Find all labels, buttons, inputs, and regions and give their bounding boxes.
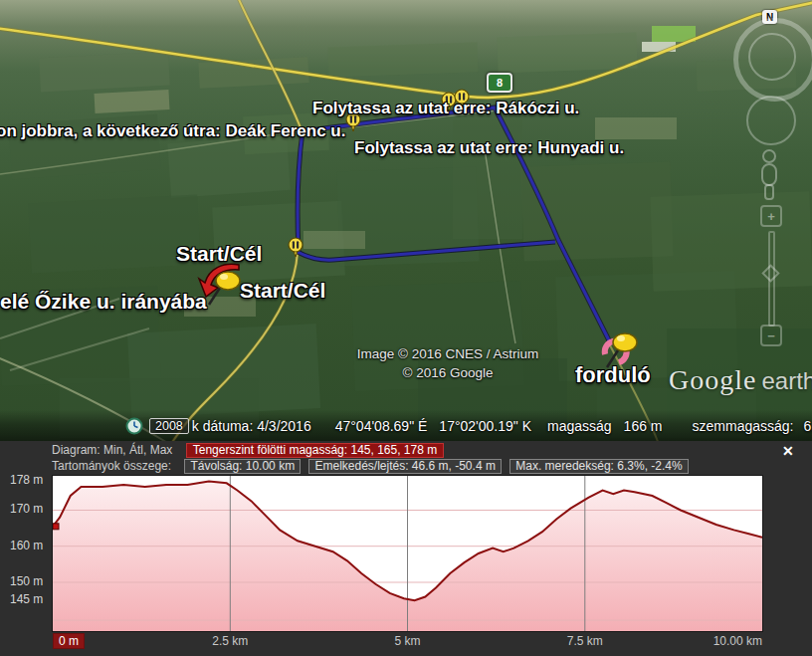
earth-wordmark: earth — [761, 367, 812, 394]
instruction-label-rakoczi: Folytassa az utat erre: Rákóczi u. — [312, 99, 579, 118]
route-8-shield: 8 — [487, 73, 512, 93]
elevation-profile-chart — [53, 476, 762, 631]
zoom-out-button[interactable]: − — [760, 325, 782, 346]
x-axis-tick: 10.00 km — [713, 634, 762, 648]
move-joystick[interactable] — [746, 96, 796, 145]
eye-altitude-value: 6.14 km — [803, 418, 812, 434]
x-axis-tick: 0 m — [53, 633, 85, 649]
placemark-label-start[interactable]: Start/Cél — [176, 242, 262, 266]
imagery-date: k dátuma: 4/3/2016 — [192, 418, 311, 434]
eye-altitude-label: szemmagasság: — [693, 418, 794, 434]
distance-badge: Távolság: 10.00 km — [184, 459, 301, 474]
altitude-label: magasság — [547, 418, 612, 434]
time-slider-year[interactable]: 2008 — [149, 418, 189, 434]
compass-inner-ring[interactable] — [748, 33, 796, 81]
map-status-bar: 2008 k dátuma: 4/3/2016 47°04'08.69" É 1… — [0, 410, 812, 441]
y-axis-tick: 178 m — [10, 473, 43, 487]
longitude-readout: 17°02'00.19" K — [439, 418, 531, 434]
y-axis-tick: 170 m — [10, 502, 43, 516]
pegman-icon[interactable] — [754, 147, 784, 203]
waypoint-balloon-icon[interactable] — [288, 237, 304, 259]
gain-loss-badge: Emelkedés/lejtés: 46.6 m, -50.4 m — [308, 459, 501, 474]
y-axis-tick: 145 m — [10, 592, 43, 606]
y-axis-tick: 160 m — [10, 539, 43, 552]
position-marker[interactable] — [53, 524, 59, 530]
zoom-in-button[interactable]: + — [760, 205, 782, 227]
profile-header-row2: Tartományok összege: Távolság: 10.00 km … — [52, 459, 694, 474]
elevation-profile-panel: Diagram: Min, Átl, Max Tengerszint fölöt… — [0, 441, 812, 656]
imagery-copyright: Image © 2016 CNES / Astrium © 2016 Googl… — [308, 344, 587, 382]
latitude-readout: 47°04'08.69" É — [335, 418, 428, 434]
historical-imagery-clock-icon[interactable] — [125, 417, 143, 435]
google-earth-window: Folytassa az utat erre: Rákóczi u. on jo… — [0, 0, 812, 656]
totals-label: Tartományok összege: — [52, 459, 171, 473]
x-axis-tick: 2.5 km — [212, 634, 248, 648]
placemark-label-start-2[interactable]: Start/Cél — [240, 279, 325, 303]
altitude-stats-badge: Tengerszint fölötti magasság: 145, 165, … — [186, 443, 444, 458]
google-earth-logo: Googleearth — [669, 364, 812, 396]
profile-header-row1: Diagram: Min, Átl, Max Tengerszint fölöt… — [52, 443, 444, 458]
elevation-plot-area[interactable] — [53, 476, 762, 631]
close-profile-icon[interactable]: ✕ — [782, 443, 794, 459]
altitude-value: 166 m — [624, 418, 663, 434]
copyright-line2: © 2016 Google — [308, 363, 587, 382]
copyright-line1: Image © 2016 CNES / Astrium — [308, 344, 587, 363]
instruction-label-hunyadi: Folytassa az utat erre: Hunyadi u. — [354, 138, 624, 158]
x-axis-tick: 5 km — [394, 634, 420, 648]
instruction-label-deak: on jobbra, a következő útra: Deák Ferenc… — [0, 121, 345, 141]
google-wordmark: Google — [669, 364, 756, 395]
instruction-label-ozike: elé Őzike u. irányába — [0, 290, 207, 314]
x-axis-tick: 7.5 km — [567, 634, 603, 648]
y-axis-tick: 150 m — [10, 574, 43, 588]
diagram-stats-label: Diagram: Min, Átl, Max — [52, 443, 172, 457]
map-view[interactable]: Folytassa az utat erre: Rákóczi u. on jo… — [0, 0, 812, 441]
max-slope-badge: Max. meredekség: 6.3%, -2.4% — [509, 459, 688, 474]
